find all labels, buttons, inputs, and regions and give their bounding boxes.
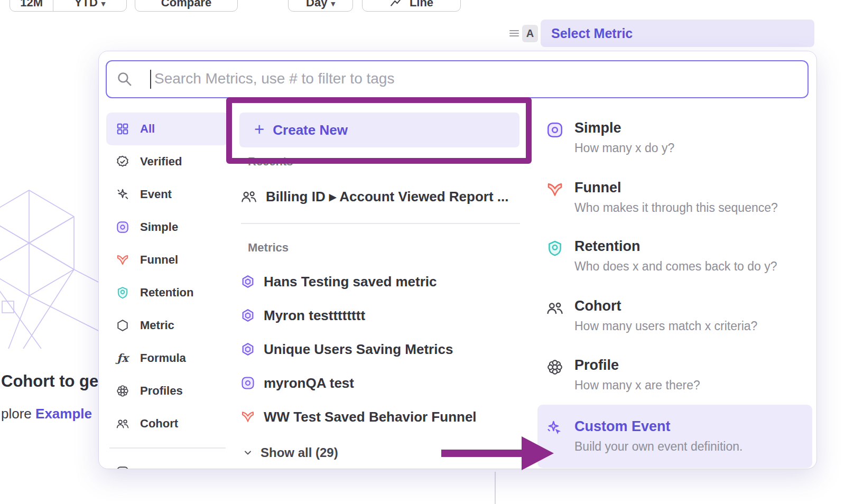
sidebar-item-label: Verified [140, 155, 182, 169]
sidebar-item-metric[interactable]: Metric [106, 309, 229, 342]
sidebar-item-retention[interactable]: Retention [106, 276, 229, 309]
people-icon [546, 299, 564, 317]
metric-type-retention[interactable]: Retention Who does x and comes back to d… [546, 238, 810, 274]
chart-type-line-label: Line [410, 0, 433, 10]
plus-icon: + [254, 120, 264, 138]
compare-button[interactable]: Compare [135, 0, 238, 12]
search-icon [116, 71, 133, 87]
metric-type-desc: How many users match x criteria? [574, 319, 757, 333]
caret-down-icon: ▾ [331, 0, 335, 8]
formula-icon: ƒx [116, 351, 129, 365]
empty-state-text-fragment: plore Example [1, 406, 98, 422]
saved-metric-label: myronQA test [264, 375, 354, 391]
people-icon [240, 188, 257, 205]
metric-type-desc: How many x are there? [574, 378, 700, 393]
saved-metric-label: Hans Testing saved metric [264, 274, 437, 290]
sidebar-item-formula[interactable]: ƒx Formula [106, 342, 229, 375]
metric-type-title: Funnel [574, 180, 778, 196]
profiles-flower-icon [116, 384, 129, 398]
metric-type-title: Retention [574, 238, 777, 255]
funnel-icon [240, 409, 255, 424]
retention-icon [116, 286, 129, 300]
range-ytd-button[interactable]: YTD ▾ [53, 0, 126, 11]
metric-type-custom-event[interactable]: Custom Event Build your own event defini… [537, 405, 812, 468]
saved-metric-label: Myron testttttttt [264, 307, 365, 324]
metric-type-title: Cohort [574, 298, 757, 314]
hexagon-metric-icon [240, 342, 255, 357]
series-letter-badge: A [522, 25, 538, 42]
sidebar-item-verified[interactable]: Verified [106, 145, 229, 178]
simple-metric-icon [116, 220, 129, 234]
sidebar-item-label: All [140, 122, 155, 136]
saved-metric-item[interactable]: WW Test Saved Behavior Funnel [240, 400, 521, 434]
show-all-button[interactable]: Show all (29) [243, 442, 338, 463]
sidebar-item-event[interactable]: Event [106, 178, 229, 211]
empty-state-heading-fragment: Cohort to ge [1, 372, 98, 391]
metric-type-title: Simple [574, 120, 674, 136]
section-divider [241, 223, 520, 224]
caret-down-icon: ▾ [101, 0, 106, 8]
pane-vertical-divider [495, 472, 496, 504]
interval-day-label: Day [306, 0, 327, 10]
range-12m-label: 12M [20, 0, 43, 10]
hexagon-metric-icon [240, 308, 255, 323]
sidebar-divider [109, 447, 226, 449]
saved-metric-item[interactable]: Hans Testing saved metric [240, 265, 521, 298]
chart-type-line-button[interactable]: Line [362, 0, 461, 12]
range-ytd-label: YTD [75, 0, 98, 10]
sidebar-item-funnel[interactable]: Funnel [106, 244, 229, 276]
recent-item-label: Billing ID ▸ Account Viewed Report ... [266, 189, 508, 205]
date-range-segmented-control: 12M YTD ▾ [10, 0, 127, 12]
metric-type-title: Custom Event [574, 418, 742, 435]
funnel-icon [546, 181, 564, 199]
sidebar-item-profiles[interactable]: Profiles [106, 375, 229, 407]
metric-picker-modal: All Verified Event Simple Funnel Retenti… [98, 51, 817, 469]
saved-metric-item[interactable]: Myron testttttttt [240, 298, 521, 332]
metric-type-desc: Who makes it through this sequence? [574, 201, 778, 215]
sidebar-item-label: Cohort [140, 417, 178, 431]
saved-metric-item[interactable]: Unique Users Saving Metrics [240, 332, 521, 366]
metric-type-desc: How many x do y? [574, 141, 674, 155]
interval-day-button[interactable]: Day ▾ [288, 0, 353, 12]
profiles-flower-icon [546, 358, 564, 376]
people-icon [116, 417, 129, 431]
recent-item[interactable]: Billing ID ▸ Account Viewed Report ... [240, 184, 508, 209]
rounded-square-icon [116, 465, 129, 470]
metric-type-cohort[interactable]: Cohort How many users match x criteria? [546, 298, 810, 333]
funnel-icon [116, 253, 129, 267]
sidebar-item-partial[interactable] [106, 456, 229, 470]
metric-type-funnel[interactable]: Funnel Who makes it through this sequenc… [546, 180, 810, 215]
example-link[interactable]: Example [35, 406, 92, 422]
select-metric-button[interactable]: Select Metric [541, 20, 814, 47]
saved-metric-item[interactable]: myronQA test [240, 366, 521, 400]
hexagon-metric-icon [240, 274, 255, 289]
sidebar-item-all[interactable]: All [106, 113, 229, 145]
sidebar-item-simple[interactable]: Simple [106, 211, 229, 244]
recents-heading: Recents [248, 155, 293, 169]
search-input[interactable] [154, 62, 799, 95]
chevron-down-icon [243, 447, 253, 458]
select-metric-label: Select Metric [551, 26, 633, 41]
sidebar-item-label: Simple [140, 220, 178, 234]
drag-handle-icon[interactable] [508, 28, 520, 39]
metric-type-title: Profile [574, 357, 700, 374]
create-new-button[interactable]: + Create New [239, 113, 519, 147]
empty-state-illustration [0, 174, 100, 349]
range-12m-button[interactable]: 12M [10, 0, 53, 11]
metric-type-simple[interactable]: Simple How many x do y? [546, 120, 810, 155]
create-new-label: Create New [273, 122, 348, 138]
event-spark-icon [116, 188, 129, 201]
custom-event-icon [546, 419, 564, 437]
simple-metric-icon [240, 376, 255, 390]
saved-metric-label: WW Test Saved Behavior Funnel [264, 409, 477, 425]
simple-metric-icon [546, 121, 564, 139]
saved-metric-label: Unique Users Saving Metrics [264, 341, 453, 358]
sidebar-item-label: Funnel [140, 253, 178, 267]
show-all-label: Show all (29) [261, 445, 338, 460]
sidebar-item-cohort[interactable]: Cohort [106, 407, 229, 440]
sidebar-item-label: Profiles [140, 384, 183, 398]
metric-type-profile[interactable]: Profile How many x are there? [546, 357, 810, 393]
metrics-heading: Metrics [248, 241, 289, 255]
sidebar-item-label: Formula [140, 351, 186, 365]
retention-icon [546, 239, 564, 257]
